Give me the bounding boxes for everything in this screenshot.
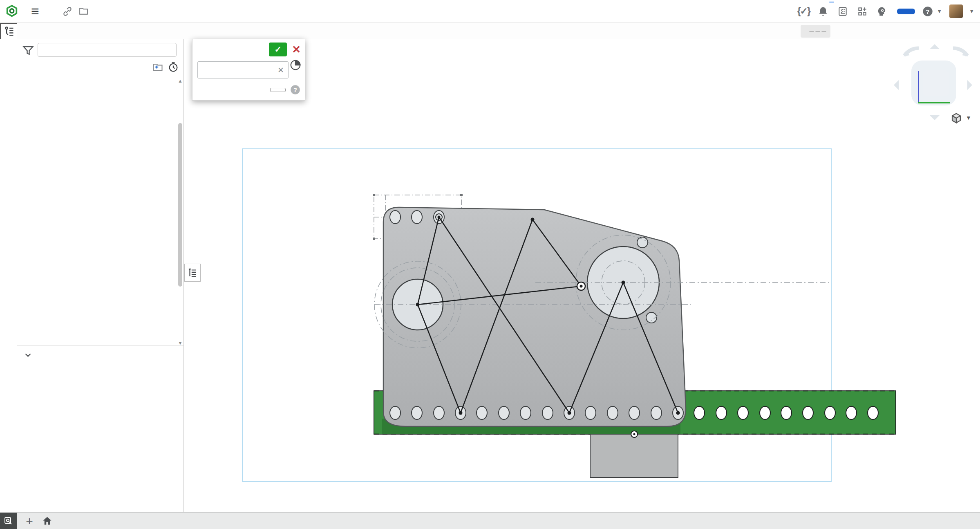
avatar[interactable] (949, 4, 963, 18)
tasks-icon[interactable] (836, 4, 850, 18)
ai-assistant-icon[interactable] (875, 4, 889, 18)
tree-scrollbar[interactable]: ▲ ▼ (178, 78, 183, 346)
hole-row[interactable] (390, 406, 878, 419)
feature-tree (17, 74, 183, 346)
bottom-bar: + (0, 512, 980, 529)
featurescript-icon[interactable]: {✓} (797, 4, 810, 18)
view-left-arrow[interactable] (894, 80, 899, 90)
sketch-dialog: ✓ ✕ ✕ ? (192, 39, 305, 101)
kbd-shift (815, 31, 820, 32)
apps-icon[interactable] (855, 4, 869, 18)
view-cube: ▼ (889, 41, 980, 129)
tab-block[interactable] (590, 434, 678, 477)
left-rail (0, 39, 17, 512)
folder-icon (78, 5, 90, 18)
help-caret-icon[interactable]: ▼ (937, 8, 942, 14)
svg-text:?: ? (293, 87, 297, 93)
view-right-arrow[interactable] (967, 80, 972, 90)
dialog-help-icon[interactable]: ? (290, 84, 301, 95)
z-axis (918, 71, 919, 103)
final-button[interactable] (270, 88, 286, 92)
filter-input[interactable] (38, 43, 177, 57)
scrollbar-thumb[interactable] (178, 123, 182, 287)
parts-header-row[interactable] (17, 348, 183, 362)
panel-flyout-button[interactable] (184, 264, 201, 282)
rotate-right-arrow-icon[interactable] (951, 44, 971, 61)
view-up-arrow[interactable] (930, 44, 940, 49)
link-icon[interactable] (61, 5, 74, 18)
add-folder-icon[interactable] (152, 61, 163, 72)
user-caret-icon[interactable]: ▼ (969, 8, 974, 14)
search-tools[interactable] (801, 25, 830, 38)
filter-icon (22, 45, 34, 55)
onshape-logo[interactable] (0, 4, 22, 18)
kbd-p (821, 31, 826, 32)
view-options-caret-icon[interactable]: ▼ (966, 114, 971, 121)
view-cube-face[interactable] (923, 70, 949, 96)
app-header: ≡ {✓} ? ▼ ▼ (0, 0, 980, 23)
notifications-bell-icon[interactable] (816, 4, 830, 18)
accept-button[interactable]: ✓ (269, 43, 287, 56)
tab-manager-icon[interactable] (0, 513, 17, 529)
view-options-cube-icon[interactable] (949, 111, 963, 124)
feature-list-toggle[interactable] (0, 23, 17, 39)
feature-panel: ▲ ▼ (17, 39, 184, 512)
sketch-plane-field[interactable]: ✕ (197, 61, 289, 78)
svg-text:?: ? (926, 8, 930, 15)
chevron-down-icon[interactable] (23, 352, 33, 358)
cancel-button[interactable]: ✕ (292, 43, 301, 56)
home-icon[interactable] (39, 513, 55, 529)
notification-badge (829, 2, 834, 2)
share-button[interactable] (897, 9, 915, 14)
menu-icon[interactable]: ≡ (31, 3, 39, 19)
rotate-left-arrow-icon[interactable] (900, 44, 921, 61)
kbd-ctrl (809, 31, 814, 32)
view-down-arrow[interactable] (930, 115, 940, 120)
clear-selection-icon[interactable]: ✕ (277, 65, 284, 75)
history-clock-icon[interactable] (168, 61, 179, 72)
help-icon[interactable]: ? (921, 4, 935, 18)
sketch-time-icon[interactable] (289, 59, 302, 71)
add-tab-button[interactable]: + (21, 513, 38, 529)
sketch-toolbar (17, 23, 980, 39)
y-axis (918, 102, 950, 103)
onshape-logo-icon (5, 4, 19, 18)
